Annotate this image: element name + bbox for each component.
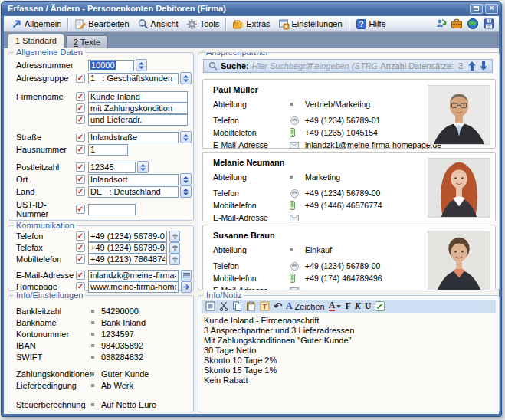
email-input[interactable]: [88, 270, 179, 281]
plz-input[interactable]: [88, 162, 136, 173]
paste-button[interactable]: [246, 300, 256, 312]
copy-button[interactable]: [232, 300, 242, 312]
adressgruppe-dropdown[interactable]: [180, 72, 192, 84]
title-bar: Erfassen / Ändern - Personenkonten Debit…: [2, 2, 501, 15]
save-button[interactable]: [482, 18, 496, 31]
firmenname3-checkbox[interactable]: ✓: [76, 115, 85, 124]
homepage-open-button[interactable]: [181, 281, 192, 293]
telefon-checkbox[interactable]: ✓: [76, 231, 85, 241]
field-strasse: Straße ✓: [16, 131, 190, 143]
bold-button[interactable]: F: [345, 300, 350, 312]
telefax-input[interactable]: [88, 242, 167, 254]
land-dropdown[interactable]: [180, 185, 192, 198]
hausnummer-checkbox[interactable]: ✓: [76, 145, 85, 154]
strasse-input[interactable]: [88, 132, 179, 143]
edit-note-button[interactable]: [375, 300, 385, 312]
menu-ansicht[interactable]: Ansicht: [133, 18, 182, 31]
ort-input[interactable]: [88, 174, 179, 185]
contact-mobile-row: Mobiltelefon +49 (174) 464789496: [213, 273, 382, 284]
telefon-dial-button[interactable]: [169, 231, 180, 242]
menu-bearbeiten[interactable]: Bearbeiten: [71, 18, 133, 31]
menu-separator: [67, 18, 68, 30]
expand-editor-button[interactable]: [205, 300, 215, 312]
ustid-checkbox[interactable]: ✓: [76, 205, 85, 214]
mobiltelefon-input[interactable]: [88, 254, 167, 265]
firmenname2-checkbox[interactable]: ✓: [76, 103, 85, 113]
field-ort: Ort ✓: [16, 173, 190, 185]
land-input[interactable]: [88, 186, 179, 198]
paste-icon: [246, 301, 256, 311]
contact-phone-row: Telefon +49 (1234) 56789-00: [213, 188, 380, 199]
telefon-input[interactable]: [88, 231, 167, 242]
cut-button[interactable]: [219, 300, 228, 312]
char-a-icon: A: [286, 300, 293, 312]
adressgruppe-checkbox[interactable]: ✓: [76, 74, 85, 83]
contact-card-melanie-neumann[interactable]: Melanie Neumann Abteilung Marketing Tele…: [202, 152, 496, 221]
email-checkbox[interactable]: ✓: [76, 271, 85, 280]
user-sync-button[interactable]: [434, 18, 448, 31]
firmenname1-checkbox[interactable]: ✓: [76, 92, 85, 101]
email-compose-button[interactable]: [181, 270, 192, 281]
strasse-dropdown[interactable]: [180, 131, 192, 143]
info-row-steuerberechnung: SteuerberechnungAuf Netto Euro: [16, 399, 189, 410]
ustid-input[interactable]: [88, 204, 136, 215]
plz-checkbox[interactable]: ✓: [76, 162, 85, 172]
hausnummer-input[interactable]: [88, 144, 128, 156]
next-record-button[interactable]: [479, 61, 487, 71]
restore-button[interactable]: [470, 4, 483, 14]
prev-record-button[interactable]: [467, 61, 476, 71]
phone-icon: [172, 244, 179, 251]
telefax-checkbox[interactable]: ✓: [76, 243, 85, 252]
adressnummer-spinner[interactable]: [136, 59, 147, 71]
info-row-kontonummer: Kontonummer1234597: [16, 329, 189, 340]
tab-texte[interactable]: 2 Texte: [66, 35, 108, 48]
firmenname1-input[interactable]: [88, 91, 188, 103]
close-button[interactable]: ×: [485, 4, 498, 14]
adressgruppe-input[interactable]: [88, 73, 179, 84]
close-icon: ×: [490, 5, 494, 12]
italic-button[interactable]: K: [355, 300, 361, 312]
group-title: Info/Einstellungen: [14, 290, 85, 300]
firmenname2-input[interactable]: [88, 103, 188, 114]
avatar-woman-brown-hair: [428, 231, 490, 290]
bullet-icon: [91, 333, 94, 336]
telefax-dial-button[interactable]: [169, 242, 180, 254]
briefcase-button[interactable]: [450, 18, 464, 31]
plz-dropdown[interactable]: [137, 161, 149, 173]
briefcase-icon: [451, 18, 463, 30]
homepage-input[interactable]: [88, 281, 179, 293]
firmenname3-input[interactable]: [88, 114, 188, 126]
globe-button[interactable]: [466, 18, 480, 31]
bullet-icon: [91, 310, 94, 313]
contact-card-susanne-braun[interactable]: Susanne Braun Abteilung Einkauf Telefon …: [202, 225, 496, 290]
strasse-checkbox[interactable]: ✓: [76, 133, 85, 142]
menu-allgemein[interactable]: Allgemein: [7, 18, 65, 31]
menu-hilfe[interactable]: ? Hilfe: [352, 18, 390, 31]
ort-checkbox[interactable]: ✓: [76, 175, 85, 184]
underline-button[interactable]: U: [365, 300, 372, 312]
adressnummer-input[interactable]: 10000: [88, 60, 134, 71]
dropdown-arrow-icon: [336, 305, 341, 308]
arrow-down-icon: [480, 61, 487, 71]
search-icon: [208, 61, 218, 71]
mobile-phone-icon: [290, 201, 295, 210]
menu-extras[interactable]: Extras: [228, 18, 274, 31]
mobiltelefon-dial-button[interactable]: [169, 254, 180, 265]
field-mobiltelefon: Mobiltelefon ✓: [16, 253, 190, 265]
land-checkbox[interactable]: ✓: [76, 187, 85, 196]
menu-einstellungen[interactable]: Einstellungen: [274, 18, 346, 31]
contact-search-input[interactable]: [252, 61, 378, 71]
character-format-button[interactable]: A Zeichen: [286, 300, 325, 312]
contact-card-paul-mueller[interactable]: Paul Müller Abteilung Vertrieb/Marketing…: [202, 79, 496, 149]
undo-button[interactable]: ↶: [274, 300, 282, 312]
font-button[interactable]: T: [260, 300, 270, 312]
note-toolbar: T ↶ A Zeichen A F K U: [202, 300, 496, 313]
note-text[interactable]: Kunde Inland - Firmenanschrift 3 Ansprec…: [204, 316, 494, 409]
mobiltelefon-checkbox[interactable]: ✓: [76, 254, 85, 264]
tab-standard[interactable]: 1 Standard: [8, 34, 64, 48]
phone-icon: [290, 189, 300, 198]
font-color-button[interactable]: A: [329, 300, 342, 312]
menu-tools[interactable]: Tools: [182, 18, 224, 31]
ort-dropdown[interactable]: [180, 173, 192, 185]
tab-strip: 1 Standard 2 Texte: [4, 32, 499, 48]
